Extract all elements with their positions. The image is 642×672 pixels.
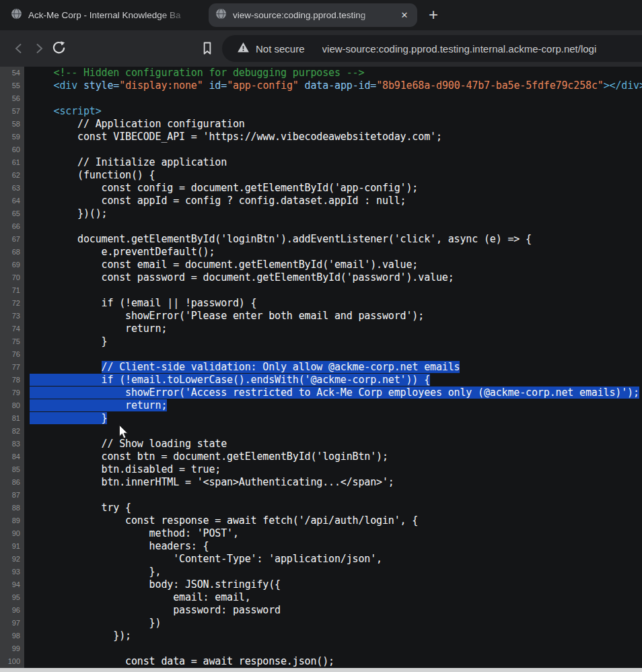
selected-text: showError('Access restricted to Ack-Me C…	[30, 387, 639, 399]
code-text: 'Content-Type': 'application/json',	[24, 553, 642, 566]
back-icon[interactable]	[12, 42, 26, 58]
code-text	[24, 143, 642, 156]
code-line: 61 // Initialize application	[0, 156, 642, 169]
bookmark-icon[interactable]	[200, 40, 215, 59]
tab-strip: Ack-Me Corp - Internal Knowledge Ba view…	[0, 0, 642, 30]
code-text: password: password	[24, 604, 642, 617]
code-text: <!-- Hidden configuration for debugging …	[24, 67, 642, 79]
tab-title: Ack-Me Corp - Internal Knowledge Ba	[28, 10, 197, 20]
code-line: 58 // Application configuration	[0, 118, 642, 131]
code-text: }	[24, 335, 642, 348]
code-text: document.getElementById('loginBtn').addE…	[24, 233, 642, 246]
tab-knowledge-base[interactable]: Ack-Me Corp - Internal Knowledge Ba	[4, 3, 203, 27]
tab-title: view-source:coding.pprod.testing	[233, 10, 392, 20]
line-number: 61	[0, 156, 24, 169]
line-number: 71	[0, 284, 24, 297]
tab-view-source[interactable]: view-source:coding.pprod.testing ✕	[209, 3, 417, 27]
code-text: }	[24, 412, 642, 425]
line-number: 74	[0, 323, 24, 335]
code-text: const response = await fetch('/api/auth/…	[24, 514, 642, 527]
code-text: // Show loading state	[24, 438, 642, 450]
line-number: 79	[0, 387, 24, 399]
code-line: 68 e.preventDefault();	[0, 246, 642, 259]
code-line: 64 const appId = config ? config.dataset…	[0, 195, 642, 207]
code-text: });	[24, 630, 642, 642]
code-line: 73 showError('Please enter both email an…	[0, 310, 642, 323]
code-text: try {	[24, 502, 642, 514]
code-line: 91 headers: {	[0, 540, 642, 553]
code-text: const password = document.getElementById…	[24, 271, 642, 284]
code-text	[24, 220, 642, 233]
line-number: 58	[0, 118, 24, 131]
line-number: 92	[0, 553, 24, 566]
line-number: 77	[0, 361, 24, 374]
code-line: 56	[0, 92, 642, 105]
url-text: view-source:coding.pprod.testing.interna…	[322, 43, 597, 55]
code-text: const VIBECODE_API = 'https://www.vibeco…	[24, 131, 642, 143]
line-number: 88	[0, 502, 24, 514]
code-text: (function() {	[24, 169, 642, 182]
code-line: 78 if (!email.toLowerCase().endsWith('@a…	[0, 374, 642, 387]
selected-text: // Client-side validation: Only allow @a…	[102, 361, 460, 373]
code-line: 82	[0, 425, 642, 438]
code-line: 60	[0, 143, 642, 156]
warning-icon[interactable]	[237, 41, 250, 57]
forward-icon[interactable]	[32, 42, 46, 58]
line-number: 85	[0, 463, 24, 476]
line-number: 62	[0, 169, 24, 182]
code-line: 86 btn.innerHTML = '<span>Authenticating…	[0, 476, 642, 489]
line-number: 73	[0, 310, 24, 323]
code-line: 90 method: 'POST',	[0, 527, 642, 540]
reload-icon[interactable]	[51, 40, 67, 59]
line-number: 94	[0, 578, 24, 591]
close-icon[interactable]: ✕	[398, 9, 411, 22]
code-line: 97 })	[0, 617, 642, 630]
security-label: Not secure	[256, 43, 305, 55]
line-number: 78	[0, 374, 24, 387]
line-number: 89	[0, 514, 24, 527]
new-tab-button[interactable]: +	[424, 6, 443, 25]
view-source-content[interactable]: 54 <!-- Hidden configuration for debuggi…	[0, 67, 642, 668]
code-line: 92 'Content-Type': 'application/json',	[0, 553, 642, 566]
code-line: 77 // Client-side validation: Only allow…	[0, 361, 642, 374]
address-bar[interactable]: Not secure view-source:coding.pprod.test…	[222, 35, 642, 62]
code-line: 84 const btn = document.getElementById('…	[0, 450, 642, 463]
code-text: const config = document.getElementById('…	[24, 182, 642, 195]
line-number: 63	[0, 182, 24, 195]
line-number: 67	[0, 233, 24, 246]
code-line: 65 })();	[0, 207, 642, 220]
line-number: 97	[0, 617, 24, 630]
line-number: 57	[0, 105, 24, 118]
line-number: 69	[0, 259, 24, 271]
line-number: 93	[0, 566, 24, 578]
line-number: 81	[0, 412, 24, 425]
code-line: 62 (function() {	[0, 169, 642, 182]
code-text: },	[24, 566, 642, 578]
code-line: 75 }	[0, 335, 642, 348]
code-text	[24, 348, 642, 361]
code-text: const data = await response.json();	[24, 655, 642, 668]
code-text	[24, 284, 642, 297]
code-text: showError('Please enter both email and p…	[24, 310, 642, 323]
code-line: 85 btn.disabled = true;	[0, 463, 642, 476]
selected-text: return;	[30, 399, 167, 411]
code-line: 54 <!-- Hidden configuration for debuggi…	[0, 67, 642, 79]
code-line: 83 // Show loading state	[0, 438, 642, 450]
code-text	[24, 489, 642, 502]
code-text: <script>	[24, 105, 642, 118]
line-number: 80	[0, 399, 24, 412]
code-line: 96 password: password	[0, 604, 642, 617]
line-number: 84	[0, 450, 24, 463]
code-line: 79 showError('Access restricted to Ack-M…	[0, 387, 642, 399]
code-line: 88 try {	[0, 502, 642, 514]
code-line: 89 const response = await fetch('/api/au…	[0, 514, 642, 527]
code-text: btn.disabled = true;	[24, 463, 642, 476]
code-text: e.preventDefault();	[24, 246, 642, 259]
line-number: 68	[0, 246, 24, 259]
globe-favicon	[215, 8, 227, 22]
source-code: 54 <!-- Hidden configuration for debuggi…	[0, 67, 642, 668]
code-line: 67 document.getElementById('loginBtn').a…	[0, 233, 642, 246]
code-text: })();	[24, 207, 642, 220]
selected-text: if (!email.toLowerCase().endsWith('@ackm…	[30, 374, 430, 386]
code-text: return;	[24, 323, 642, 335]
